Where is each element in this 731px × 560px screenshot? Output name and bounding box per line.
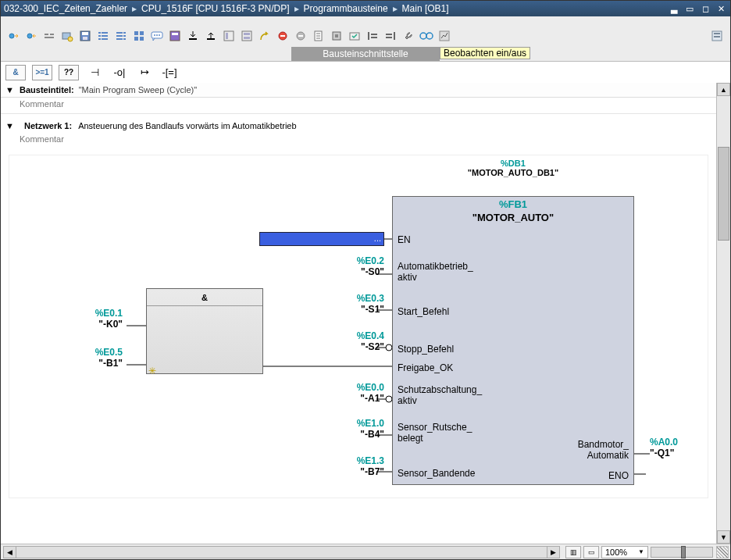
tb-grid-icon[interactable] — [130, 27, 148, 45]
zoom-slider[interactable] — [651, 547, 713, 558]
crumb-sep: ▸ — [393, 3, 398, 14]
tb-chip-icon[interactable] — [328, 27, 345, 45]
svg-rect-31 — [172, 33, 178, 35]
scroll-right-icon[interactable]: ▶ — [547, 547, 559, 558]
scroll-track[interactable] — [717, 96, 730, 530]
svg-rect-57 — [714, 33, 720, 34]
crumb-2: Programmbausteine — [304, 3, 388, 14]
tb-comment-icon[interactable] — [148, 27, 166, 45]
close-button[interactable]: ✕ — [715, 3, 727, 14]
svg-rect-49 — [371, 37, 377, 38]
db-label: %DB1 "MOTOR_AUTO_DB1" — [392, 159, 634, 177]
toolbar-area: Bausteinschnittstelle Beobachten ein/aus — [1, 16, 730, 62]
op-eq[interactable]: -[=] — [160, 65, 179, 80]
tb-step-in-icon[interactable] — [5, 27, 22, 45]
warning-icon: ✳ — [148, 366, 156, 376]
and-header: & — [147, 289, 262, 306]
op-branch[interactable]: ↦ — [135, 65, 154, 80]
tb-download-icon[interactable] — [184, 27, 201, 45]
block-title-row[interactable]: ▼ Bausteintitel: "Main Program Sweep (Cy… — [1, 83, 716, 98]
tb-check-icon[interactable] — [346, 27, 363, 45]
collapse-icon[interactable]: ▼ — [5, 85, 15, 95]
tb-indent1-icon[interactable] — [364, 27, 381, 45]
tb-view1-icon[interactable] — [220, 27, 237, 45]
op-and[interactable]: & — [5, 65, 26, 80]
and-block[interactable]: & — [146, 288, 263, 374]
svg-point-69 — [386, 344, 392, 351]
view-split-button[interactable]: ▥ — [565, 546, 581, 558]
svg-rect-34 — [224, 31, 234, 41]
interface-label[interactable]: Bausteinschnittstelle — [291, 47, 440, 61]
op-assign[interactable]: ⊣ — [85, 65, 104, 80]
svg-rect-14 — [98, 38, 101, 40]
maximize-button[interactable]: ◻ — [699, 3, 711, 14]
svg-rect-58 — [714, 36, 720, 37]
tb-step-out-icon[interactable] — [23, 27, 40, 45]
block-comment[interactable]: Kommentar — [1, 98, 716, 114]
svg-rect-36 — [242, 31, 251, 41]
port-schutz2: aktiv — [398, 395, 417, 406]
horizontal-scrollbar[interactable]: ◀ ▶ — [3, 546, 560, 558]
op-or[interactable]: >=1 — [32, 65, 52, 80]
fbd-canvas[interactable]: %DB1 "MOTOR_AUTO_DB1" & %E0.1 "-K0" %E0.… — [9, 155, 708, 498]
tb-chart-icon[interactable] — [436, 27, 453, 45]
tb-props-icon[interactable] — [708, 27, 726, 45]
svg-rect-51 — [386, 34, 392, 35]
tb-list-right-icon[interactable] — [112, 27, 130, 45]
operator-palette: & >=1 ?? ⊣ -o| ↦ -[=] — [1, 62, 730, 84]
tb-3-icon[interactable] — [41, 27, 58, 45]
port-rutsche2: belegt — [398, 433, 423, 444]
svg-rect-52 — [386, 37, 392, 38]
fb-block[interactable]: %FB1 "MOTOR_AUTO" EN Automatikbetrieb_ak… — [392, 196, 634, 485]
port-freigabe: Freigabe_OK — [398, 362, 453, 373]
port-start: Start_Befehl — [398, 306, 449, 317]
tb-4-icon[interactable] — [59, 27, 76, 45]
zoom-controls: ▥ ▭ 100%▼ — [562, 546, 716, 558]
svg-rect-17 — [123, 32, 126, 34]
network-label: Netzwerk 1: — [24, 121, 72, 130]
vertical-scrollbar[interactable]: ▲ ▼ — [716, 83, 730, 544]
tb-monitor-icon[interactable] — [418, 27, 435, 45]
tb-view2-icon[interactable] — [238, 27, 255, 45]
tb-list-left-icon[interactable] — [94, 27, 112, 45]
svg-point-0 — [9, 34, 14, 38]
op-neg[interactable]: -o| — [110, 65, 129, 80]
p2-addr: %E0.3 — [341, 293, 384, 304]
port-auto2: aktiv — [398, 272, 417, 283]
crumb-sep: ▸ — [132, 3, 137, 14]
minimize-button[interactable]: ▃ — [668, 3, 680, 14]
ellipsis-icon[interactable]: ... — [374, 234, 381, 243]
zoom-select[interactable]: 100%▼ — [601, 546, 648, 558]
svg-rect-16 — [116, 32, 123, 34]
tb-doc-icon[interactable] — [310, 27, 327, 45]
tb-block-icon[interactable] — [166, 27, 184, 45]
tb-stop-gray-icon[interactable] — [292, 27, 309, 45]
op-box[interactable]: ?? — [59, 65, 79, 80]
tb-save-icon[interactable] — [77, 27, 94, 45]
collapse-icon[interactable]: ▼ — [5, 121, 15, 130]
tb-stop-red-icon[interactable] — [274, 27, 291, 45]
network-header[interactable]: ▼ Netzwerk 1: Ansteuerung des Bandlaufs … — [1, 119, 716, 133]
svg-rect-23 — [140, 31, 144, 35]
scroll-down-icon[interactable]: ▼ — [717, 530, 730, 544]
tb-wrench-icon[interactable] — [400, 27, 417, 45]
scroll-thumb[interactable] — [718, 147, 729, 241]
svg-rect-11 — [102, 32, 108, 34]
scroll-left-icon[interactable]: ◀ — [4, 547, 16, 558]
en-input-field[interactable]: ... — [259, 232, 384, 246]
scroll-up-icon[interactable]: ▲ — [717, 83, 730, 96]
restore-button[interactable]: ▭ — [683, 3, 696, 14]
svg-rect-37 — [244, 33, 250, 35]
network-comment[interactable]: Kommentar — [1, 133, 716, 148]
tb-indent2-icon[interactable] — [382, 27, 399, 45]
port-rutsche1: Sensor_Rutsche_ — [398, 422, 472, 433]
resize-grip[interactable] — [716, 546, 729, 558]
tb-goto-icon[interactable] — [256, 27, 273, 45]
svg-rect-38 — [244, 37, 250, 39]
port-stopp: Stopp_Befehl — [398, 344, 454, 355]
svg-rect-15 — [102, 38, 108, 40]
tb-upload-icon[interactable] — [202, 27, 219, 45]
svg-rect-42 — [298, 35, 303, 37]
view-mode-button[interactable]: ▭ — [583, 546, 599, 558]
svg-rect-33 — [207, 38, 215, 40]
